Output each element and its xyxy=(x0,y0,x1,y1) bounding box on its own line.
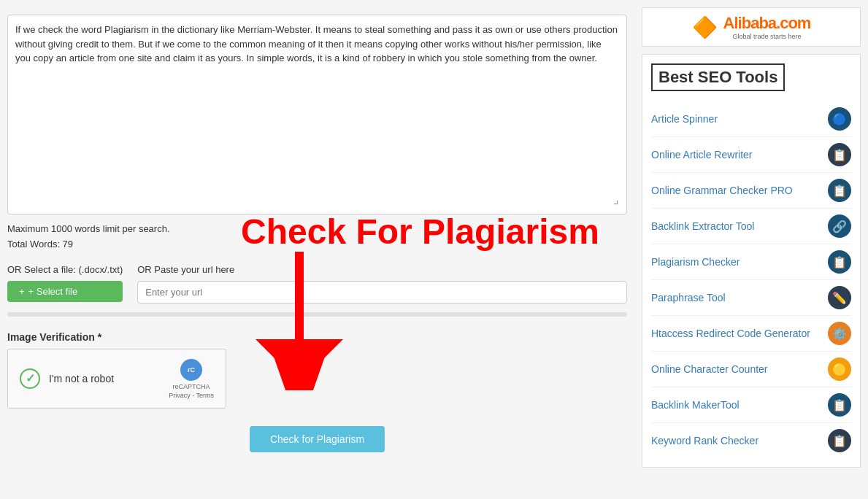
seo-tool-icon-7: 🟡 xyxy=(828,357,851,381)
alibaba-tagline: Global trade starts here xyxy=(723,33,811,40)
seo-tool-list: Article Spinner 🔵 Online Article Rewrite… xyxy=(651,101,851,458)
total-words-label: Total Words: 79 xyxy=(7,237,627,252)
text-area-wrapper: If we check the word Plagiarism in the d… xyxy=(7,15,627,214)
file-url-row: OR Select a file: (.docx/.txt) + + Selec… xyxy=(7,264,627,303)
seo-tool-item-3[interactable]: Backlink Extractor Tool 🔗 xyxy=(651,209,851,244)
plagiarism-textarea[interactable]: If we check the word Plagiarism in the d… xyxy=(15,23,619,190)
recaptcha-privacy-links: Privacy - Terms xyxy=(169,392,214,399)
check-plagiarism-button[interactable]: Check for Plagiarism xyxy=(250,426,385,452)
url-input[interactable] xyxy=(137,281,627,303)
resize-handle: ⌟ xyxy=(15,193,619,206)
check-btn-row: Check for Plagiarism xyxy=(7,426,627,452)
url-label: OR Paste your url here xyxy=(137,264,627,275)
url-section: OR Paste your url here xyxy=(137,264,627,303)
progress-bar xyxy=(7,312,627,317)
seo-tools-box: Best SEO Tools Article Spinner 🔵 Online … xyxy=(642,54,861,468)
word-info: Maximum 1000 words limit per search. Tot… xyxy=(7,222,627,252)
seo-tool-icon-1: 📋 xyxy=(828,143,851,166)
seo-tool-item-7[interactable]: Online Character Counter 🟡 xyxy=(651,352,851,387)
seo-tool-item-4[interactable]: Plagiarism Checker 📋 xyxy=(651,244,851,280)
left-panel: If we check the word Plagiarism in the d… xyxy=(7,7,627,468)
seo-tool-item-6[interactable]: Htaccess Redirect Code Generator ⚙️ xyxy=(651,316,851,352)
seo-tool-icon-6: ⚙️ xyxy=(828,322,851,345)
seo-tool-link-7[interactable]: Online Character Counter xyxy=(651,363,828,375)
seo-tool-link-1[interactable]: Online Article Rewriter xyxy=(651,149,828,160)
seo-tool-item-2[interactable]: Online Grammar Checker PRO 📋 xyxy=(651,173,851,209)
file-section: OR Select a file: (.docx/.txt) + + Selec… xyxy=(7,264,123,302)
checkmark-icon: ✓ xyxy=(20,368,40,389)
right-panel: 🔶 Alibaba.com Global trade starts here B… xyxy=(642,7,861,468)
seo-tool-icon-4: 📋 xyxy=(828,250,851,274)
seo-tool-icon-9: 📋 xyxy=(828,429,851,452)
seo-tool-icon-2: 📋 xyxy=(828,179,851,202)
seo-tool-link-0[interactable]: Article Spinner xyxy=(651,113,828,125)
seo-tool-link-4[interactable]: Plagiarism Checker xyxy=(651,256,828,268)
file-label: OR Select a file: (.docx/.txt) xyxy=(7,264,123,275)
seo-tool-icon-0: 🔵 xyxy=(828,107,851,131)
recaptcha-box[interactable]: ✓ I'm not a robot rC reCAPTCHA Privacy -… xyxy=(7,349,226,409)
seo-tool-item-0[interactable]: Article Spinner 🔵 xyxy=(651,101,851,137)
seo-tool-item-5[interactable]: Paraphrase Tool ✏️ xyxy=(651,280,851,316)
image-verification-label: Image Verification * xyxy=(7,331,627,343)
word-limit-label: Maximum 1000 words limit per search. xyxy=(7,222,627,237)
ad-banner: 🔶 Alibaba.com Global trade starts here xyxy=(642,7,861,47)
seo-tool-link-8[interactable]: Backlink MakerTool xyxy=(651,399,828,411)
select-file-label: + Select file xyxy=(28,286,78,297)
recaptcha-brand-label: reCAPTCHA xyxy=(173,383,210,390)
seo-tool-link-9[interactable]: Keyword Rank Checker xyxy=(651,435,828,446)
seo-tool-icon-5: ✏️ xyxy=(828,286,851,309)
recaptcha-logo-icon: rC xyxy=(180,358,203,382)
seo-tool-item-1[interactable]: Online Article Rewriter 📋 xyxy=(651,137,851,173)
seo-tool-item-9[interactable]: Keyword Rank Checker 📋 xyxy=(651,423,851,458)
recaptcha-right: rC reCAPTCHA Privacy - Terms xyxy=(169,358,214,399)
recaptcha-left: ✓ I'm not a robot xyxy=(20,368,114,389)
alibaba-icon: 🔶 xyxy=(692,15,718,39)
not-robot-text: I'm not a robot xyxy=(49,373,114,384)
plus-icon: + xyxy=(19,286,25,297)
select-file-button[interactable]: + + Select file xyxy=(7,281,123,302)
seo-tool-link-3[interactable]: Backlink Extractor Tool xyxy=(651,220,828,232)
seo-tool-link-5[interactable]: Paraphrase Tool xyxy=(651,292,828,303)
svg-text:rC: rC xyxy=(188,366,196,374)
alibaba-text-block: Alibaba.com Global trade starts here xyxy=(723,14,811,40)
image-verification-section: Image Verification * ✓ I'm not a robot r… xyxy=(7,331,627,409)
seo-tool-icon-8: 📋 xyxy=(828,393,851,417)
seo-tool-link-6[interactable]: Htaccess Redirect Code Generator xyxy=(651,328,828,339)
seo-tools-title: Best SEO Tools xyxy=(651,63,785,91)
seo-tool-item-8[interactable]: Backlink MakerTool 📋 xyxy=(651,387,851,423)
seo-tool-icon-3: 🔗 xyxy=(828,214,851,238)
seo-tool-link-2[interactable]: Online Grammar Checker PRO xyxy=(651,185,828,196)
alibaba-brand-name: Alibaba.com xyxy=(723,14,811,33)
